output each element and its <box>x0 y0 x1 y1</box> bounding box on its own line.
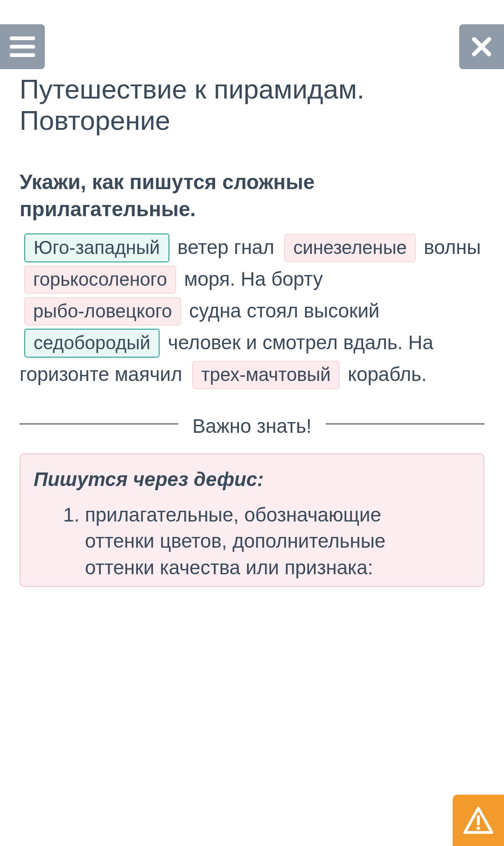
exercise-instruction: Укажи, как пишутся сложные прилагательны… <box>20 169 484 222</box>
close-icon <box>471 36 492 57</box>
hamburger-icon <box>10 36 35 57</box>
answer-chip-correct[interactable]: седобородый <box>24 329 160 358</box>
exercise-text: моря. На борту <box>179 268 323 290</box>
exercise-body: Юго-западный ветер гнал синезеленые волн… <box>20 232 484 390</box>
exercise-text: судна стоял высокий <box>184 300 380 322</box>
answer-chip-wrong[interactable]: рыбо-ловецкого <box>24 297 181 325</box>
divider-line <box>326 423 484 424</box>
close-button[interactable] <box>459 24 504 69</box>
main-content: Путешествие к пирамидам. Повторение Укаж… <box>0 74 504 587</box>
divider-line <box>20 423 178 424</box>
answer-chip-wrong[interactable]: синезеленые <box>284 234 415 262</box>
exercise-text: корабль. <box>343 363 427 385</box>
info-list: прилагательные, обозначающие оттенки цве… <box>34 502 470 581</box>
info-list-item: прилагательные, обозначающие оттенки цве… <box>85 502 470 581</box>
answer-chip-wrong[interactable]: горькосоленого <box>24 266 176 294</box>
info-box: Пишутся через дефис: прилагательные, обо… <box>20 453 484 587</box>
exercise-text: волны <box>419 236 481 258</box>
top-bar <box>0 0 504 69</box>
svg-rect-0 <box>10 36 35 40</box>
answer-chip-correct[interactable]: Юго-западный <box>24 233 169 262</box>
info-box-title: Пишутся через дефис: <box>34 468 470 491</box>
page-title: Путешествие к пирамидам. Повторение <box>20 74 484 136</box>
svg-rect-2 <box>10 53 35 57</box>
answer-chip-wrong[interactable]: трех-мачтовый <box>192 361 339 389</box>
exercise-text: ветер гнал <box>172 236 280 258</box>
divider-label: Важно знать! <box>192 414 311 439</box>
section-divider: Важно знать! <box>20 414 484 439</box>
svg-rect-1 <box>10 45 35 49</box>
menu-button[interactable] <box>0 24 45 69</box>
